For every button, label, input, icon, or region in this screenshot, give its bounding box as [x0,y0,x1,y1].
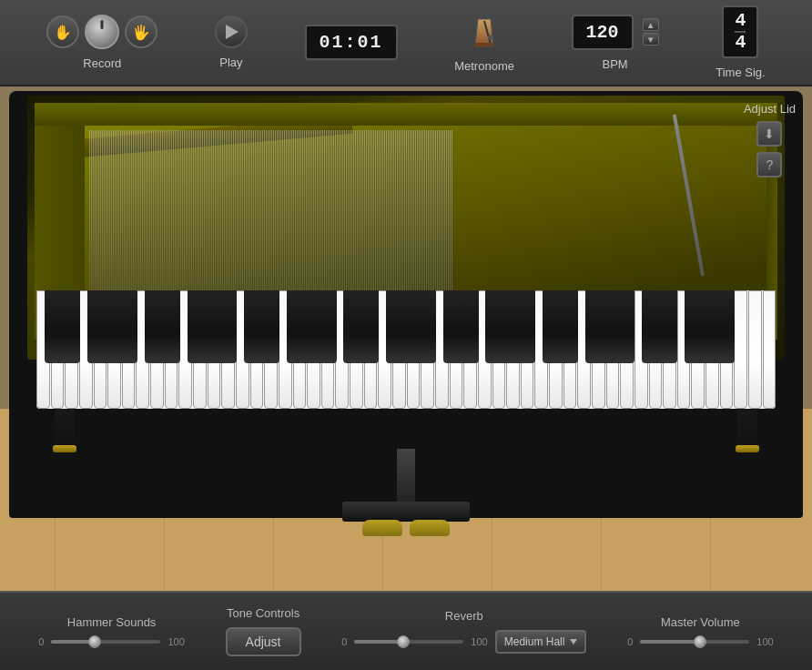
hand-left-button[interactable]: ✋ [46,15,79,48]
string-line [215,130,216,294]
string-line [317,130,318,294]
string-line [188,130,188,294]
record-knob[interactable] [85,15,119,49]
string-line [310,130,310,294]
svg-point-2 [488,35,493,40]
string-line [326,130,327,294]
string-line [124,130,125,294]
string-line [422,130,423,294]
timesig-numerator: 4 [735,11,746,31]
master-max: 100 [756,636,773,647]
string-line [255,130,256,294]
string-line [169,130,170,294]
white-key[interactable] [734,290,747,409]
hammer-thumb [88,635,101,648]
black-key[interactable] [514,290,535,363]
black-key[interactable] [557,290,578,363]
string-line [379,130,380,294]
string-line [289,130,290,294]
hand-right-button[interactable]: 🖐 [125,15,157,48]
string-line [288,130,289,294]
black-key[interactable] [159,290,180,363]
string-line [273,130,274,294]
string-line [346,130,347,294]
reverb-slider[interactable] [354,640,463,644]
hammer-min: 0 [38,636,44,647]
string-line [277,130,278,294]
string-line [167,130,168,294]
record-label: Record [83,56,121,70]
black-key[interactable] [117,290,137,363]
string-line [151,130,152,294]
string-line [262,130,263,294]
black-key[interactable] [217,290,238,363]
string-line [370,130,370,294]
string-line [333,130,334,294]
string-line [218,130,219,294]
string-line [320,130,321,294]
pedal-right[interactable] [410,520,450,536]
string-line [315,130,316,294]
string-line [189,130,190,294]
black-key[interactable] [657,290,678,363]
black-key[interactable] [316,290,337,363]
black-key[interactable] [259,290,279,363]
string-line [171,130,172,294]
string-line [184,130,185,294]
string-line [322,130,323,294]
string-line [452,130,452,294]
string-line [302,130,303,294]
adjust-lid-button[interactable]: ⬇ [756,121,782,147]
hammer-slider[interactable] [51,640,160,644]
string-line [295,130,296,294]
timer-group: 01:01 [305,25,398,60]
play-button[interactable] [215,15,248,48]
pedal-left[interactable] [362,520,402,536]
string-line [430,130,431,294]
black-key[interactable] [415,290,436,363]
string-line [406,130,407,294]
string-line [173,130,174,294]
string-line [279,130,279,294]
reverb-dropdown-value: Medium Hall [504,635,565,648]
hammer-max: 100 [167,636,184,647]
string-line [419,130,420,294]
string-line [319,130,320,294]
string-line [240,130,241,294]
string-line [100,130,101,294]
tone-section: Tone Controls Adjust [226,606,301,656]
string-line [313,130,314,294]
string-line [222,130,223,294]
string-line [239,130,239,294]
help-button[interactable]: ? [756,152,782,178]
white-key[interactable] [748,290,762,409]
string-line [393,130,394,294]
string-line [441,130,442,294]
string-line [366,130,367,294]
black-key[interactable] [458,290,479,363]
string-line [437,130,438,294]
tone-adjust-button[interactable]: Adjust [226,627,301,656]
master-fill [640,640,700,644]
metronome-icon[interactable] [471,12,498,52]
string-line [395,130,396,294]
black-key[interactable] [60,290,81,363]
string-line [300,130,301,294]
master-slider[interactable] [640,640,749,644]
black-key[interactable] [359,290,380,363]
black-key[interactable] [614,290,635,363]
master-thumb [694,635,706,648]
string-line [153,130,154,294]
reverb-dropdown[interactable]: Medium Hall [495,630,587,654]
white-key[interactable] [763,290,776,409]
bpm-down-button[interactable]: ▼ [643,33,659,46]
string-line [197,130,198,294]
black-key[interactable] [714,290,735,363]
string-line [113,130,114,294]
bpm-up-button[interactable]: ▲ [643,18,659,31]
timesig-display[interactable]: 4 4 [722,5,758,58]
string-line [147,130,148,294]
hammer-label: Hammer Sounds [67,615,157,629]
string-line [135,130,136,294]
string-line [402,130,403,294]
